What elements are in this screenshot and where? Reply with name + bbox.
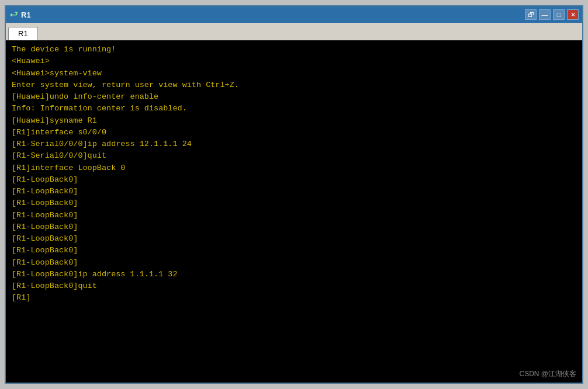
maximize-button[interactable]: □ [553,9,565,20]
terminal-line: Enter system view, return user view with… [12,79,576,91]
terminal-window: ⮐ R1 🗗 — □ ✕ R1 The device is running!<H… [5,5,583,384]
terminal-line: [R1-Serial0/0/0]ip address 12.1.1.1 24 [12,138,576,150]
title-bar-left: ⮐ R1 [9,10,31,19]
minimize-button[interactable]: — [539,9,551,20]
restore-button[interactable]: 🗗 [525,9,537,20]
window-icon: ⮐ [9,10,18,19]
window-controls: 🗗 — □ ✕ [525,9,579,20]
watermark: CSDN @江湖侠客 [519,369,576,379]
terminal-line: [R1] [12,292,576,304]
terminal-line: [R1-LoopBack0]quit [12,280,576,292]
terminal-line: <Huawei> [12,55,576,67]
terminal-line: [R1-LoopBack0] [12,245,576,256]
terminal-line: The device is running! [12,44,576,55]
terminal-line: [R1]interface s0/0/0 [12,127,576,138]
close-button[interactable]: ✕ [567,9,579,20]
terminal-line: [R1-Serial0/0/0]quit [12,150,576,162]
terminal-line: [R1-LoopBack0] [12,174,576,186]
terminal-line: [R1-LoopBack0] [12,257,576,269]
tab-r1[interactable]: R1 [8,27,38,40]
title-bar: ⮐ R1 🗗 — □ ✕ [6,6,582,23]
terminal-line: [R1-LoopBack0] [12,210,576,221]
terminal-line: [R1-LoopBack0] [12,221,576,233]
terminal-line: [R1]interface LoopBack 0 [12,162,576,174]
tab-bar: R1 [6,23,582,40]
terminal-line: <Huawei>system-view [12,68,576,79]
terminal-line: [R1-LoopBack0] [12,186,576,197]
terminal-line: [R1-LoopBack0] [12,233,576,245]
terminal-line: [R1-LoopBack0]ip address 1.1.1.1 32 [12,269,576,280]
terminal-line: [Huawei]sysname R1 [12,115,576,127]
terminal-output[interactable]: The device is running!<Huawei><Huawei>sy… [6,40,582,383]
terminal-line: Info: Information center is disabled. [12,103,576,114]
window-title: R1 [21,11,31,19]
terminal-line: [Huawei]undo info-center enable [12,91,576,103]
terminal-line: [R1-LoopBack0] [12,197,576,209]
